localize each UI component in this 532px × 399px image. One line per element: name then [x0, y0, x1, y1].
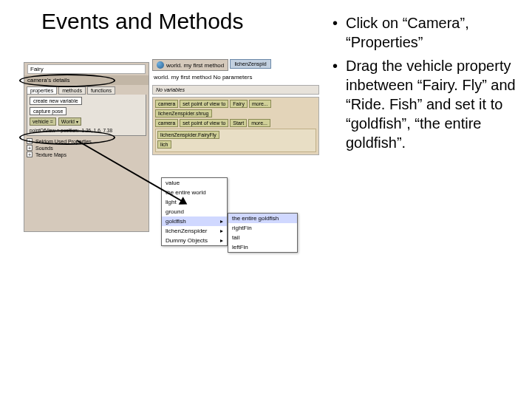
- bullet-item: Click on “Camera”, “Properties”: [332, 13, 517, 52]
- expander-label[interactable]: Sounds: [35, 145, 53, 151]
- popup-item[interactable]: light: [162, 197, 227, 207]
- alice-screenshot: Fairy camera's details properties method…: [24, 53, 319, 290]
- editor-tab-lichen[interactable]: lichenZenspid: [230, 59, 270, 69]
- popup-item[interactable]: lichenZenspider: [162, 226, 227, 236]
- tab-properties[interactable]: properties: [27, 86, 57, 95]
- vehicle-property-row[interactable]: vehicle = World: [30, 117, 143, 126]
- expand-icon[interactable]: +: [27, 151, 33, 157]
- tree-item[interactable]: Fairy: [27, 64, 146, 74]
- editor-body: camera set point of view to Fairy more..…: [152, 97, 319, 155]
- create-variable-button[interactable]: create new variable: [30, 97, 82, 105]
- cmd-tile[interactable]: camera: [155, 119, 178, 127]
- popup-item-goldfish[interactable]: goldfish: [162, 216, 227, 226]
- goldfish-submenu[interactable]: the entire goldfish rightFin tail leftFi…: [228, 213, 298, 253]
- no-variables-row: No variables: [152, 85, 319, 95]
- method-editor: world. my first method lichenZenspid wor…: [152, 53, 319, 290]
- cmd-tile[interactable]: more...: [248, 119, 270, 127]
- popup-item[interactable]: Dummy Objects: [162, 236, 227, 245]
- popup-item[interactable]: value: [162, 178, 227, 188]
- cmd-tile[interactable]: set point of view to: [180, 100, 228, 108]
- command-row[interactable]: camera set point of view to Start more..…: [155, 119, 316, 127]
- annotation-oval: [19, 130, 115, 145]
- cmd-tile[interactable]: more...: [249, 100, 271, 108]
- editor-tab-world[interactable]: world. my first method: [152, 59, 228, 71]
- popup-item[interactable]: ground: [162, 207, 227, 216]
- details-tabs: properties methods functions: [27, 86, 146, 95]
- submenu-item[interactable]: leftFin: [228, 242, 297, 252]
- annotation-oval: [19, 74, 115, 87]
- command-row[interactable]: lichenZenspider.shrug: [155, 109, 316, 117]
- vehicle-popup-menu[interactable]: value the entire world light ground gold…: [161, 177, 228, 246]
- expander-label[interactable]: Texture Maps: [35, 151, 66, 158]
- cmd-tile[interactable]: camera: [155, 100, 178, 108]
- world-icon: [157, 61, 164, 69]
- tab-functions[interactable]: functions: [87, 86, 115, 95]
- vehicle-tile[interactable]: vehicle =: [30, 117, 56, 126]
- cmd-tile[interactable]: Start: [230, 119, 247, 127]
- vehicle-value[interactable]: World: [58, 117, 81, 126]
- cmd-tile[interactable]: lichenZenspider.shrug: [155, 109, 212, 117]
- command-row[interactable]: camera set point of view to Fairy more..…: [155, 100, 316, 108]
- submenu-item[interactable]: rightFin: [228, 223, 297, 233]
- details-body: create new variable capture pose vehicle…: [27, 95, 146, 136]
- cmd-tile[interactable]: set point of view to: [180, 119, 228, 127]
- nested-block[interactable]: lichenZenspider.FairyFly lich: [155, 129, 316, 152]
- slide-title: Events and Methods: [41, 9, 244, 34]
- tab-methods[interactable]: methods: [58, 86, 86, 95]
- bullet-list: Click on “Camera”, “Properties” Drag the…: [332, 13, 517, 157]
- cmd-tile[interactable]: lichenZenspider.FairyFly: [157, 131, 219, 139]
- cmd-tile[interactable]: lich: [157, 140, 171, 149]
- bullet-item: Drag the vehicle property inbetween “Fai…: [332, 56, 517, 152]
- cmd-tile[interactable]: Fairy: [230, 100, 248, 108]
- submenu-item[interactable]: tail: [228, 233, 297, 242]
- editor-tab-label: world. my first method: [166, 62, 224, 69]
- submenu-item-entire-goldfish[interactable]: the entire goldfish: [228, 214, 297, 223]
- expand-icon[interactable]: +: [27, 145, 33, 151]
- editor-header: world. my first method No parameters: [152, 74, 319, 81]
- capture-pose-button[interactable]: capture pose: [30, 107, 66, 115]
